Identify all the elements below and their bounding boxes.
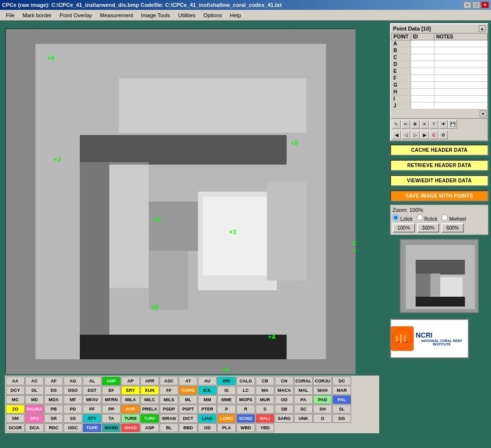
menu-imagetools[interactable]: Image Tools (137, 11, 174, 19)
code-cell-gorg[interactable]: GORG (179, 386, 197, 395)
code-cell-milc[interactable]: MILC (140, 395, 159, 404)
code-cell-pp[interactable]: PP (102, 405, 121, 414)
code-cell-shad[interactable]: SHAD (121, 423, 140, 432)
code-cell-amp[interactable]: AMP (102, 377, 121, 385)
notes-cell[interactable] (434, 54, 487, 61)
code-cell-mar[interactable]: MAR (332, 386, 351, 395)
code-cell-mah[interactable]: MAH (313, 386, 332, 395)
code-cell-sc[interactable]: SC (294, 405, 313, 414)
code-cell-prela[interactable]: PRELA (140, 405, 159, 414)
code-cell-mf[interactable]: MF (64, 395, 82, 404)
code-cell-ac[interactable]: AC (25, 377, 44, 385)
code-cell-spo[interactable]: SPO (25, 414, 44, 423)
id-cell[interactable] (411, 40, 434, 47)
code-cell-md[interactable]: MD (25, 395, 44, 404)
code-cell-pb[interactable]: PB (44, 405, 63, 414)
code-cell-lobo[interactable]: LOBO (217, 414, 236, 423)
code-cell-is[interactable]: IS (217, 386, 236, 395)
code-cell-r[interactable]: R (236, 405, 255, 414)
image-area[interactable]: +H +J +E +B +I +A +D C + +G +F AAACAFAGA… (0, 21, 388, 448)
code-cell-lc[interactable]: LC (236, 386, 255, 395)
code-cell-dso[interactable]: DSO (64, 386, 82, 395)
code-cell-pspt[interactable]: PSPT (179, 405, 197, 414)
code-cell-dst[interactable]: DST (83, 386, 101, 395)
zoom-300-button[interactable]: 300% (417, 223, 440, 233)
code-cell-unk[interactable]: UNK (294, 414, 313, 423)
code-cell-sarg[interactable]: SARG (275, 414, 294, 423)
code-cell-ma[interactable]: MA (256, 386, 274, 395)
maximize-button[interactable]: □ (472, 1, 480, 8)
code-cell-pa[interactable]: PA (294, 395, 313, 404)
notes-cell[interactable] (434, 89, 487, 96)
point-row-f[interactable]: F (392, 75, 488, 82)
viewedit-header-button[interactable]: VIEW/EDIT HEADER DATA (390, 175, 489, 186)
code-cell-aa[interactable]: AA (6, 377, 25, 385)
pencil-icon[interactable]: ✏ (401, 120, 410, 129)
code-cell-ag[interactable]: AG (64, 377, 82, 385)
menu-help[interactable]: Help (226, 11, 245, 19)
point-row-b[interactable]: B (392, 47, 488, 54)
code-cell-turb[interactable]: TURB (121, 414, 140, 423)
minimize-button[interactable]: − (463, 1, 471, 8)
code-cell-au[interactable]: AU (198, 377, 217, 385)
notes-cell[interactable] (434, 82, 487, 89)
code-cell-dg[interactable]: DG (332, 414, 351, 423)
code-cell-paura[interactable]: PAURA (25, 405, 44, 414)
code-cell-ml[interactable]: ML (179, 395, 197, 404)
prev2-icon[interactable]: ◁ (401, 131, 410, 139)
zoom-600-button[interactable]: 600% (441, 223, 464, 233)
code-cell-eun[interactable]: EUN (140, 386, 159, 395)
save-icon[interactable]: 💾 (448, 120, 457, 129)
next-icon[interactable]: ▶ (420, 131, 429, 139)
code-cell-hali[interactable]: HALI (256, 414, 274, 423)
code-cell-cn[interactable]: CN (275, 377, 294, 385)
close-button[interactable]: ✕ (481, 1, 489, 8)
code-cell-al[interactable]: AL (83, 377, 101, 385)
zoom-100-button[interactable]: 100% (393, 223, 415, 233)
code-cell-psdp[interactable]: PSDP (160, 405, 178, 414)
notes-cell[interactable] (434, 103, 487, 109)
code-cell-mda[interactable]: MDA (44, 395, 63, 404)
menu-markborder[interactable]: Mark border (19, 11, 56, 19)
code-cell-pad[interactable]: PAD (313, 395, 332, 404)
eye-icon[interactable]: 👁 (439, 120, 448, 129)
id-cell[interactable] (411, 47, 434, 54)
id-cell[interactable] (411, 54, 434, 61)
code-cell-por[interactable]: POR (121, 405, 140, 414)
code-cell-bl[interactable]: BL (160, 423, 178, 432)
code-cell-sty[interactable]: STY (83, 414, 101, 423)
code-cell-sl[interactable]: SL (332, 405, 351, 414)
point-row-d[interactable]: D (392, 61, 488, 68)
code-cell-mal[interactable]: MAL (294, 386, 313, 395)
code-cell-ap[interactable]: AP (121, 377, 140, 385)
menu-measurement[interactable]: Measurement (96, 11, 137, 19)
code-cell-dcy[interactable]: DCY (6, 386, 25, 395)
code-cell-pter[interactable]: PTER (198, 405, 217, 414)
notes-cell[interactable] (434, 61, 487, 68)
code-cell-cb[interactable]: CB (256, 377, 274, 385)
notes-cell[interactable] (434, 40, 487, 47)
code-cell-s[interactable]: S (256, 405, 274, 414)
menu-file[interactable]: File (2, 11, 19, 19)
code-cell-wand[interactable]: WAND (102, 423, 121, 432)
code-cell-mils[interactable]: MILS (160, 395, 178, 404)
code-cell-ta[interactable]: TA (102, 414, 121, 423)
code-cell-o[interactable]: O (313, 414, 332, 423)
id-cell[interactable] (411, 89, 434, 96)
code-cell-mur[interactable]: MUR (256, 395, 274, 404)
save-image-button[interactable]: SAVE IMAGE WITH POINTS (390, 190, 489, 202)
code-cell-bbd[interactable]: BBD (179, 423, 197, 432)
code-cell-ff[interactable]: FF (160, 386, 178, 395)
code-cell-rdc[interactable]: RDC (44, 423, 63, 432)
code-cell-mm[interactable]: MM (198, 395, 217, 404)
code-cell-ds[interactable]: DS (44, 386, 63, 395)
code-cell-af[interactable]: AF (44, 377, 63, 385)
code-cell-pf[interactable]: PF (83, 405, 101, 414)
canvas-wrapper[interactable]: +H +J +E +B +I +A +D C + +G +F (5, 28, 355, 373)
code-cell-asp[interactable]: ASP (140, 423, 159, 432)
prev-icon[interactable]: ◀ (392, 131, 401, 139)
code-cell-ss[interactable]: SS (64, 414, 82, 423)
next2-icon[interactable]: ▷ (411, 131, 420, 139)
move-icon[interactable]: ✥ (411, 120, 420, 129)
code-cell-icil[interactable]: ICIL (198, 386, 217, 395)
